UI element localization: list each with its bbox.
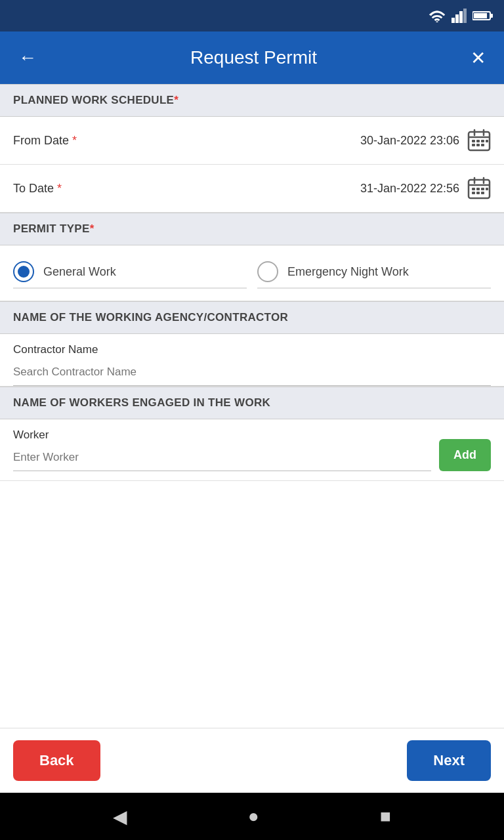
svg-rect-28	[481, 192, 484, 194]
add-worker-button[interactable]: Add	[439, 439, 491, 471]
close-button[interactable]: ✕	[465, 42, 491, 74]
worker-row: Worker Add	[0, 419, 504, 481]
emergency-night-work-option[interactable]: Emergency Night Work	[257, 261, 491, 289]
planned-work-section-header: PLANNED WORK SCHEDULE*	[0, 84, 504, 117]
svg-rect-17	[481, 144, 484, 146]
worker-input-wrap: Worker	[13, 429, 431, 471]
svg-rect-14	[481, 140, 484, 142]
svg-rect-15	[472, 144, 475, 146]
from-date-row: From Date * 30-Jan-2022 23:06	[0, 117, 504, 165]
svg-point-0	[436, 21, 438, 22]
workers-section-header: NAME OF WORKERS ENGAGED IN THE WORK	[0, 387, 504, 419]
permit-type-options: General Work Emergency Night Work	[0, 245, 504, 301]
android-nav-bar: ◀ ● ■	[0, 793, 504, 840]
svg-rect-25	[481, 188, 484, 190]
svg-rect-27	[476, 192, 480, 194]
from-date-calendar-icon[interactable]	[467, 129, 491, 152]
general-work-option[interactable]: General Work	[13, 261, 247, 289]
from-date-label: From Date *	[13, 134, 360, 148]
contractor-input[interactable]	[13, 360, 491, 386]
svg-rect-26	[472, 192, 475, 194]
to-date-label: To Date *	[13, 182, 360, 196]
nav-back-icon[interactable]: ◀	[113, 806, 127, 828]
svg-rect-24	[476, 188, 480, 190]
nav-home-icon[interactable]: ●	[248, 806, 259, 827]
signal-icon	[452, 9, 467, 23]
from-date-value: 30-Jan-2022 23:06	[360, 134, 459, 148]
svg-rect-7	[474, 13, 487, 18]
svg-rect-29	[486, 188, 488, 190]
general-work-label: General Work	[43, 265, 116, 279]
workers-section-title: NAME OF WORKERS ENGAGED IN THE WORK	[13, 396, 270, 409]
permit-type-section-title: PERMIT TYPE*	[13, 222, 94, 235]
svg-rect-6	[490, 14, 493, 18]
svg-rect-1	[452, 18, 455, 23]
main-content: PLANNED WORK SCHEDULE* From Date * 30-Ja…	[0, 84, 504, 728]
svg-rect-16	[476, 144, 480, 146]
emergency-night-work-radio[interactable]	[257, 261, 278, 282]
next-button[interactable]: Next	[407, 740, 491, 781]
to-date-value: 31-Jan-2022 22:56	[360, 182, 459, 196]
worker-input[interactable]	[13, 446, 431, 471]
agency-section-header: NAME OF THE WORKING AGENCY/CONTRACTOR	[0, 301, 504, 334]
contractor-row: Contractor Name	[0, 334, 504, 387]
emergency-night-work-label: Emergency Night Work	[287, 265, 409, 279]
permit-type-section-header: PERMIT TYPE*	[0, 213, 504, 245]
svg-rect-12	[472, 140, 475, 142]
general-work-radio-inner	[18, 266, 30, 278]
battery-icon	[472, 10, 494, 22]
general-work-radio[interactable]	[13, 261, 34, 282]
wifi-icon	[428, 9, 446, 22]
app-header: ← Request Permit ✕	[0, 32, 504, 84]
nav-recent-icon[interactable]: ■	[380, 806, 391, 827]
footer: Back Next	[0, 728, 504, 793]
back-button[interactable]: Back	[13, 740, 100, 781]
page-title: Request Permit	[42, 47, 465, 68]
planned-work-section-title: PLANNED WORK SCHEDULE*	[13, 94, 178, 106]
svg-rect-18	[486, 140, 488, 142]
svg-rect-3	[459, 11, 463, 23]
agency-section-title: NAME OF THE WORKING AGENCY/CONTRACTOR	[13, 311, 288, 324]
worker-label: Worker	[13, 429, 431, 442]
contractor-label: Contractor Name	[13, 343, 491, 356]
status-bar	[0, 0, 504, 32]
svg-rect-4	[463, 9, 467, 23]
svg-rect-13	[476, 140, 480, 142]
svg-rect-2	[455, 14, 459, 23]
to-date-calendar-icon[interactable]	[467, 177, 491, 200]
back-nav-button[interactable]: ←	[13, 42, 42, 74]
to-date-row: To Date * 31-Jan-2022 22:56	[0, 165, 504, 213]
svg-rect-23	[472, 188, 475, 190]
